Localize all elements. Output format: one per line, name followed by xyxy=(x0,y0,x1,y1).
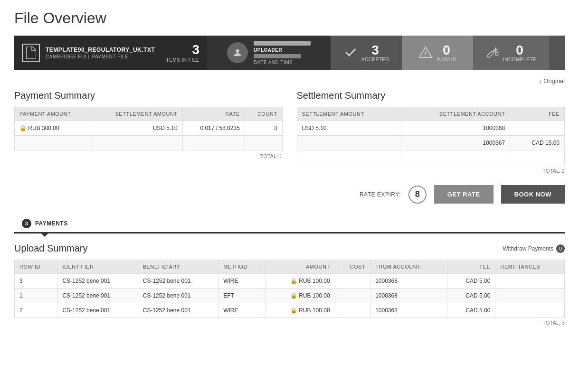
from-account-1: 1000368 xyxy=(370,274,447,289)
accepted-block: 3 ACCEPTED xyxy=(361,44,389,62)
settlement-total: TOTAL: 2 xyxy=(297,166,565,176)
withdraw-payments-button[interactable]: Withdraw Payments 0 xyxy=(503,244,565,253)
method-3: WIRE xyxy=(218,303,266,318)
row-id-2: 1 xyxy=(15,289,57,303)
lock-icon: 🔒 xyxy=(19,125,27,131)
svg-point-0 xyxy=(236,49,239,53)
invalid-block: 0 INVALID xyxy=(437,44,456,62)
payment-table-empty-row xyxy=(15,136,283,150)
amount-1: 🔒 RUB 100.00 xyxy=(266,274,335,289)
settlement-account-header: SETTLEMENT ACCOUNT xyxy=(401,107,510,121)
identifier-header: IDENTIFIER xyxy=(57,260,138,274)
payment-total: TOTAL: 1 xyxy=(14,151,283,161)
method-2: EFT xyxy=(218,289,266,303)
count-cell: 3 xyxy=(245,121,282,136)
cost-3 xyxy=(335,303,370,318)
withdraw-badge: 0 xyxy=(556,244,565,253)
settlement-summary-table: SETTLEMENT AMOUNT SETTLEMENT ACCOUNT FEE… xyxy=(297,107,565,165)
upload-summary-header: Upload Summary Withdraw Payments 0 xyxy=(14,243,565,254)
cost-header: COST xyxy=(335,260,370,274)
fee-col-3: CAD 5.00 xyxy=(447,303,495,318)
remittances-header: REMITTANCES xyxy=(495,260,565,274)
incomplete-section: 0 INCOMPLETE xyxy=(473,36,549,70)
file-icon xyxy=(22,44,40,62)
beneficiary-3: CS-1252 bene 001 xyxy=(138,303,218,318)
rate-expiry-label: RATE EXPIRY: xyxy=(360,191,401,198)
payment-amount-cell: 🔒 RUB 300.00 xyxy=(15,121,92,136)
items-label: ITEMS IN FILE xyxy=(164,57,199,63)
items-count: 3 xyxy=(192,43,199,56)
payments-badge: 3 xyxy=(22,219,31,228)
download-bar: ↓ Original xyxy=(14,77,565,84)
identifier-2: CS-1252 bene 001 xyxy=(57,289,138,303)
rate-cell: 0.017 / 58.8235 xyxy=(182,121,245,136)
fee-header: FEE xyxy=(447,260,495,274)
payment-summary-table: PAYMENT AMOUNT SETTLEMENT AMOUNT RATE CO… xyxy=(14,107,283,150)
from-account-3: 1000368 xyxy=(370,303,447,318)
settlement-summary-section: Settlement Summary SETTLEMENT AMOUNT SET… xyxy=(297,90,565,176)
upload-row-3: 2 CS-1252 bene 001 CS-1252 bene 001 WIRE… xyxy=(15,303,565,318)
empty-cell-1 xyxy=(15,136,92,150)
beneficiary-header: BENEFICIARY xyxy=(138,260,218,274)
remittances-2 xyxy=(495,289,565,303)
uploader-avatar xyxy=(227,42,248,63)
count-header: COUNT xyxy=(245,107,282,121)
upload-summary-title: Upload Summary xyxy=(14,243,88,254)
withdraw-label: Withdraw Payments xyxy=(503,245,553,252)
accepted-content: 3 ACCEPTED xyxy=(343,44,389,62)
cost-2 xyxy=(335,289,370,303)
settlement-amount-header: SETTLEMENT AMOUNT xyxy=(297,107,401,121)
fee-col-2: CAD 5.00 xyxy=(447,289,495,303)
file-bar: TEMPLATE90_REGULATORY_UK.TXT CAMBRIDGE F… xyxy=(14,36,565,70)
row-id-3: 2 xyxy=(15,303,57,318)
settlement-amount-2 xyxy=(297,136,401,150)
invalid-content: 0 INVALID xyxy=(418,44,456,62)
remittances-3 xyxy=(495,303,565,318)
payment-summary-section: Payment Summary PAYMENT AMOUNT SETTLEMEN… xyxy=(14,90,283,176)
payments-tab-bar: 3 PAYMENTS xyxy=(14,215,565,233)
empty-cell-4 xyxy=(245,136,282,150)
rate-row: RATE EXPIRY: 8 GET RATE BOOK NOW xyxy=(14,185,565,204)
settlement-account-1: 1000368 xyxy=(401,121,510,136)
lock-icon-3: 🔒 xyxy=(290,307,297,314)
book-now-button[interactable]: BOOK NOW xyxy=(501,185,565,204)
empty-cell-3 xyxy=(182,136,245,150)
settlement-amount-cell: USD 5.10 xyxy=(92,121,182,136)
payment-amount-header: PAYMENT AMOUNT xyxy=(15,107,92,121)
settlement-row-1: USD 5.10 1000368 xyxy=(297,121,565,136)
cost-1 xyxy=(335,274,370,289)
accepted-label: ACCEPTED xyxy=(361,57,389,62)
checkmark-icon xyxy=(343,45,358,61)
file-sub: CAMBRIDGE FULL PAYMENT FILE xyxy=(46,54,155,59)
settlement-row-2: 1000367 CAD 15.00 xyxy=(297,136,565,150)
settlement-summary-title: Settlement Summary xyxy=(297,90,565,101)
settlement-amount-header: SETTLEMENT AMOUNT xyxy=(92,107,182,121)
identifier-1: CS-1252 bene 001 xyxy=(57,274,138,289)
payments-tab[interactable]: 3 PAYMENTS xyxy=(14,215,76,232)
settlement-account-2: 1000367 xyxy=(401,136,510,150)
uploader-name-bar xyxy=(254,41,311,46)
upload-table-header-row: ROW ID IDENTIFIER BENEFICIARY METHOD AMO… xyxy=(15,260,565,274)
fee-3 xyxy=(510,150,565,165)
lock-icon-2: 🔒 xyxy=(290,292,297,299)
remittances-1 xyxy=(495,274,565,289)
download-original-link[interactable]: ↓ Original xyxy=(539,77,565,84)
fee-header: FEE xyxy=(510,107,565,121)
settlement-amount-3 xyxy=(297,150,401,165)
from-account-2: 1000368 xyxy=(370,289,447,303)
rate-expiry-value: 8 xyxy=(408,186,427,204)
uploader-info: UPLOADER DATE AND TIME xyxy=(254,41,311,65)
fee-1 xyxy=(510,121,565,136)
upload-row-2: 1 CS-1252 bene 001 CS-1252 bene 001 EFT … xyxy=(15,289,565,303)
settlement-amount-1: USD 5.10 xyxy=(297,121,401,136)
items-count-block: 3 ITEMS IN FILE xyxy=(164,43,199,63)
settlement-row-3 xyxy=(297,150,565,165)
incomplete-content: 0 INCOMPLETE xyxy=(486,44,536,62)
amount-2: 🔒 RUB 100.00 xyxy=(266,289,335,303)
get-rate-button[interactable]: GET RATE xyxy=(434,185,494,204)
uploader-date-label: DATE AND TIME xyxy=(254,60,311,65)
fee-2: CAD 15.00 xyxy=(510,136,565,150)
tab-arrow xyxy=(41,233,48,237)
warning-icon xyxy=(418,45,433,61)
invalid-label: INVALID xyxy=(437,57,456,62)
